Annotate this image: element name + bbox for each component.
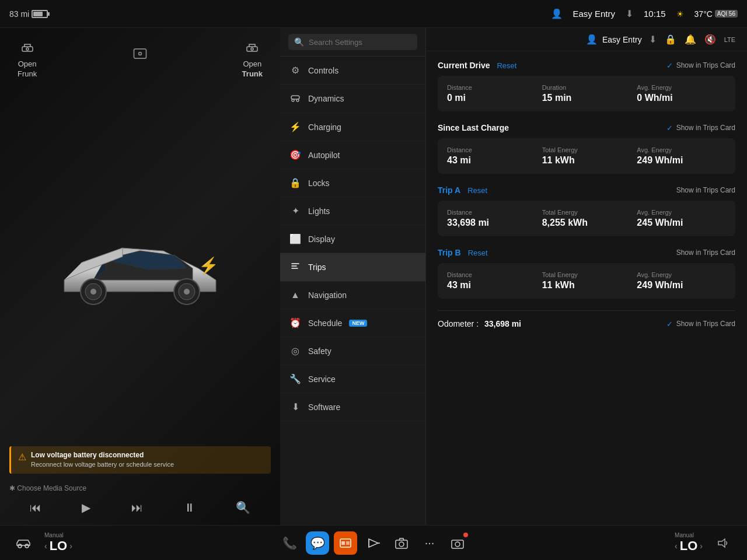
trip-b-reset-button[interactable]: Reset xyxy=(468,249,488,257)
status-bar-center: 👤 Easy Entry ⬇ 10:15 ☀ 37°C AQI 56 xyxy=(551,8,738,19)
search-input[interactable] xyxy=(309,38,411,47)
media-taskbar-icon[interactable] xyxy=(362,531,385,555)
trip-a-reset-button[interactable]: Reset xyxy=(467,186,487,195)
autopilot-icon: 🎯 xyxy=(289,149,301,160)
svg-rect-14 xyxy=(291,96,299,99)
schedule-icon: ⏰ xyxy=(289,317,301,328)
schedule-label: Schedule xyxy=(308,318,342,328)
play-button[interactable]: ▶ xyxy=(75,498,97,517)
service-label: Service xyxy=(308,374,336,384)
fan-right-increase[interactable]: › xyxy=(700,541,703,551)
sidebar-item-autopilot[interactable]: 🎯 Autopilot xyxy=(280,141,425,169)
odometer-text: Odometer : 33,698 mi xyxy=(438,319,521,328)
fan-left-decrease[interactable]: ‹ xyxy=(44,541,47,551)
sidebar-item-locks[interactable]: 🔒 Locks xyxy=(280,169,425,197)
energy-icon[interactable] xyxy=(334,531,357,555)
software-icon: ⬇ xyxy=(289,401,301,412)
next-track-button[interactable]: ⏭ xyxy=(124,499,150,517)
trunk-icon xyxy=(244,40,260,56)
message-icon[interactable]: 💬 xyxy=(306,531,329,555)
trip-a-title: Trip A xyxy=(438,186,460,195)
car-taskbar-icon[interactable] xyxy=(12,531,35,555)
lights-label: Lights xyxy=(308,206,330,216)
car-illustration: ⚡ xyxy=(47,216,233,321)
open-frunk-button[interactable]: Open Frunk xyxy=(18,40,37,79)
display-icon: ⬜ xyxy=(289,233,301,244)
sidebar-item-service[interactable]: 🔧 Service xyxy=(280,365,425,393)
camera-icon[interactable] xyxy=(390,531,413,555)
trip-a-show-trips: Show in Trips Card xyxy=(676,186,735,194)
battery-level: 83 mi xyxy=(9,9,29,19)
trip-b-avg-energy-stat: Avg. Energy 249 Wh/mi xyxy=(637,271,726,290)
trips-content: Current Drive Reset ✓ Show in Trips Card… xyxy=(426,51,747,340)
more-icon[interactable]: ··· xyxy=(418,531,441,555)
safety-label: Safety xyxy=(308,346,331,356)
open-trunk-label: OpenTrunk xyxy=(242,60,263,79)
charging-icon: ⚡ xyxy=(289,121,301,132)
controls-label: Controls xyxy=(308,66,338,75)
trip-a-avg-energy-stat: Avg. Energy 245 Wh/mi xyxy=(637,209,726,228)
trip-b-header: Trip B Reset Show in Trips Card xyxy=(438,248,735,257)
trips-label: Trips xyxy=(308,262,326,272)
equalizer-button[interactable]: ⏸ xyxy=(177,499,203,517)
lock-header-icon[interactable]: 🔒 xyxy=(665,34,676,45)
fan-control-left: Manual ‹ LO › xyxy=(44,532,72,554)
svg-rect-0 xyxy=(22,47,33,51)
sidebar-item-navigation[interactable]: ▲ Navigation xyxy=(280,282,425,309)
sidebar-item-safety[interactable]: ◎ Safety xyxy=(280,337,425,365)
download-icon[interactable]: ⬇ xyxy=(649,34,657,45)
fan-right-decrease[interactable]: ‹ xyxy=(675,541,678,551)
sidebar-item-lights[interactable]: ✦ Lights xyxy=(280,197,425,225)
settings-panel: 🔍 ⚙ Controls Dynamics ⚡ Charging xyxy=(280,28,426,525)
fan-control-right: Manual ‹ LO › xyxy=(675,532,703,554)
sidebar-item-schedule[interactable]: ⏰ Schedule NEW xyxy=(280,309,425,337)
phone-icon[interactable]: 📞 xyxy=(278,531,301,555)
current-duration-stat: Duration 15 min xyxy=(542,84,631,103)
trips-header: 👤 Easy Entry ⬇ 🔒 🔔 🔇 LTE xyxy=(426,28,747,51)
fan-left-increase[interactable]: › xyxy=(69,541,72,551)
safety-icon: ◎ xyxy=(289,345,301,356)
svg-rect-25 xyxy=(396,540,407,548)
trip-b-show-trips: Show in Trips Card xyxy=(676,249,735,257)
svg-point-17 xyxy=(18,544,22,548)
odometer-row: Odometer : 33,698 mi ✓ Show in Trips Car… xyxy=(438,310,735,331)
trip-a-section: Trip A Reset Show in Trips Card Distance… xyxy=(438,186,735,236)
controls-icon: ⚙ xyxy=(289,65,301,76)
autopilot-label: Autopilot xyxy=(308,150,340,160)
since-last-charge-section: Since Last Charge ✓ Show in Trips Card D… xyxy=(438,123,735,174)
left-panel: Open Frunk OpenTrunk xyxy=(0,28,280,525)
warning-title: Low voltage battery disconnected xyxy=(31,451,174,459)
speaker-icon[interactable]: 🔇 xyxy=(704,34,716,45)
trip-a-card: Distance 33,698 mi Total Energy 8,255 kW… xyxy=(438,201,735,236)
sidebar-item-dynamics[interactable]: Dynamics xyxy=(280,85,425,113)
odometer-show-trips: ✓ Show in Trips Card xyxy=(666,320,735,328)
dynamics-icon xyxy=(289,93,301,104)
svg-rect-27 xyxy=(452,540,463,548)
search-media-button[interactable]: 🔍 xyxy=(229,498,257,517)
volume-icon[interactable] xyxy=(712,531,735,555)
trips-panel: 👤 Easy Entry ⬇ 🔒 🔔 🔇 LTE Current Drive R… xyxy=(426,28,747,525)
svg-point-15 xyxy=(292,99,294,102)
since-last-charge-show-trips: ✓ Show in Trips Card xyxy=(666,124,735,132)
bell-icon[interactable]: 🔔 xyxy=(685,34,696,45)
svg-point-18 xyxy=(25,544,29,548)
taskbar: Manual ‹ LO › 📞 💬 xyxy=(0,525,747,560)
svg-marker-29 xyxy=(718,539,725,547)
signal-icon: LTE xyxy=(724,36,735,43)
current-drive-reset-button[interactable]: Reset xyxy=(497,61,516,70)
svg-point-5 xyxy=(251,48,253,50)
dashcam-icon[interactable] xyxy=(446,531,469,555)
prev-track-button[interactable]: ⏮ xyxy=(23,499,48,517)
svg-point-1 xyxy=(26,48,29,50)
time-display: 10:15 xyxy=(644,9,666,19)
sidebar-item-charging[interactable]: ⚡ Charging xyxy=(280,113,425,141)
sidebar-item-display[interactable]: ⬜ Display xyxy=(280,225,425,253)
sidebar-item-controls[interactable]: ⚙ Controls xyxy=(280,57,425,85)
open-trunk-button[interactable]: OpenTrunk xyxy=(242,40,263,79)
svg-rect-4 xyxy=(247,47,257,51)
status-bar: 83 mi 👤 Easy Entry ⬇ 10:15 ☀ 37°C AQI 56 xyxy=(0,0,747,28)
search-input-wrap[interactable]: 🔍 xyxy=(288,34,417,50)
sidebar-item-trips[interactable]: Trips xyxy=(280,253,425,282)
sidebar-item-software[interactable]: ⬇ Software xyxy=(280,393,425,421)
trip-b-stats: Distance 43 mi Total Energy 11 kWh Avg. … xyxy=(447,271,726,290)
